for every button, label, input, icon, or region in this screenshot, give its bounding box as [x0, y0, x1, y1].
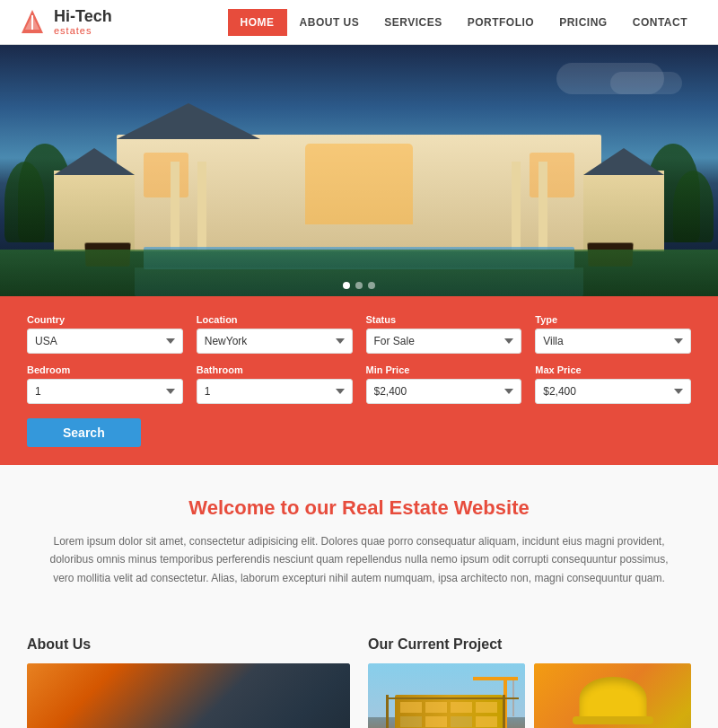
hero-section	[0, 45, 718, 296]
pillar-4	[512, 162, 521, 251]
search-section: Country USA UK Canada Location NewYork L…	[0, 296, 718, 465]
projects-column: Our Current Project	[368, 636, 691, 728]
status-field: Status For Sale For Rent	[366, 314, 522, 354]
pillar-2	[197, 162, 206, 251]
pillar-1	[171, 162, 180, 251]
w5	[400, 716, 422, 727]
carousel-dots	[343, 282, 375, 289]
project-card-2: Project : Bluway Building Location : eVa…	[534, 663, 691, 728]
w6	[425, 716, 447, 727]
about-title: About Us	[27, 636, 350, 653]
logo: Hi-Tech estates	[18, 8, 112, 37]
max-price-field: Max Price $2,400 $10,000 $50,000	[535, 364, 691, 404]
type-select[interactable]: Villa Apartment House	[535, 329, 691, 354]
welcome-section: Welcome to our Real Estate Website Lorem…	[0, 465, 718, 618]
hard-hat	[579, 677, 646, 720]
logo-tagline: estates	[54, 25, 112, 36]
projects-row: Project : Bluway Building Location : eVa…	[368, 663, 691, 728]
header: Hi-Tech estates HOME ABOUT US SERVICES P…	[0, 0, 718, 45]
house-facade	[117, 135, 601, 251]
bedroom-field: Bedroom 1 2 3 4+	[27, 364, 183, 404]
nav-about[interactable]: ABOUT US	[287, 9, 372, 36]
search-row-1: Country USA UK Canada Location NewYork L…	[27, 314, 691, 354]
project-image-2	[534, 663, 691, 728]
house-wing-left	[54, 171, 135, 251]
bathroom-field: Bathroom 1 2 3	[197, 364, 353, 404]
welcome-text: Lorem ipsum dolor sit amet, consectetur …	[45, 532, 673, 587]
search-row-2: Bedroom 1 2 3 4+ Bathroom 1 2 3 Min Pric…	[27, 364, 691, 404]
bathroom-select[interactable]: 1 2 3	[197, 379, 353, 404]
about-image: freepixabay.com	[27, 663, 350, 728]
max-price-label: Max Price	[535, 364, 691, 375]
search-button[interactable]: Search	[27, 418, 141, 447]
about-img-bg	[27, 663, 350, 728]
bedroom-label: Bedroom	[27, 364, 183, 375]
projects-title: Our Current Project	[368, 636, 691, 653]
main-nav: HOME ABOUT US SERVICES PORTFOLIO PRICING…	[228, 9, 700, 36]
min-price-label: Min Price	[366, 364, 522, 375]
hero-background	[0, 45, 718, 296]
roof-right	[583, 148, 664, 175]
scaffold-f3	[386, 697, 519, 699]
house-wing-right	[583, 171, 664, 251]
house-window-center	[305, 144, 413, 224]
w2	[425, 702, 447, 713]
status-select[interactable]: For Sale For Rent	[366, 329, 522, 354]
min-price-select[interactable]: $2,400 $1,000 $5,000	[366, 379, 522, 404]
welcome-title: Welcome to our Real Estate Website	[36, 496, 682, 520]
roof-left	[54, 148, 135, 175]
pillar-3	[538, 162, 547, 251]
w7	[451, 716, 472, 727]
bathroom-label: Bathroom	[197, 364, 353, 375]
logo-brand: Hi-Tech	[54, 8, 112, 26]
type-field: Type Villa Apartment House	[535, 314, 691, 354]
nav-contact[interactable]: CONTACT	[620, 9, 700, 36]
w1	[400, 702, 422, 713]
location-label: Location	[197, 314, 353, 325]
dot-1[interactable]	[343, 282, 350, 289]
bedroom-select[interactable]: 1 2 3 4+	[27, 379, 183, 404]
tree-left2	[4, 162, 45, 242]
crane-horizontal	[473, 677, 518, 680]
max-price-select[interactable]: $2,400 $10,000 $50,000	[535, 379, 691, 404]
location-field: Location NewYork Los Angeles Chicago	[197, 314, 353, 354]
scaffold-r	[503, 695, 505, 728]
w4	[476, 702, 497, 713]
lawn	[0, 250, 718, 296]
logo-icon	[18, 8, 47, 37]
house-window-left	[144, 153, 188, 197]
project-image-1	[368, 663, 525, 728]
type-label: Type	[535, 314, 691, 325]
country-select[interactable]: USA UK Canada	[27, 329, 183, 354]
about-column: About Us fre	[27, 636, 350, 728]
nav-services[interactable]: SERVICES	[372, 9, 454, 36]
building-main	[395, 695, 503, 728]
nav-home[interactable]: HOME	[228, 9, 287, 36]
house-window-right	[530, 153, 574, 197]
country-label: Country	[27, 314, 183, 325]
location-select[interactable]: NewYork Los Angeles Chicago	[197, 329, 353, 354]
nav-pricing[interactable]: PRICING	[547, 9, 620, 36]
content-section: About Us fre	[0, 618, 718, 728]
building-windows	[395, 695, 503, 728]
project-card-1: Project : Bluway Building Location : eVa…	[368, 663, 525, 728]
nav-portfolio[interactable]: PORTFOLIO	[455, 9, 547, 36]
hard-hat-brim	[573, 716, 653, 724]
country-field: Country USA UK Canada	[27, 314, 183, 354]
dot-3[interactable]	[368, 282, 375, 289]
dot-2[interactable]	[355, 282, 363, 289]
w8	[476, 716, 497, 727]
scaffold-l	[386, 695, 389, 728]
roof-center	[117, 103, 260, 139]
cloud-2	[610, 72, 682, 94]
status-label: Status	[366, 314, 522, 325]
tree-right2	[673, 171, 714, 242]
logo-text: Hi-Tech estates	[54, 8, 112, 37]
min-price-field: Min Price $2,400 $1,000 $5,000	[366, 364, 522, 404]
w3	[451, 702, 472, 713]
